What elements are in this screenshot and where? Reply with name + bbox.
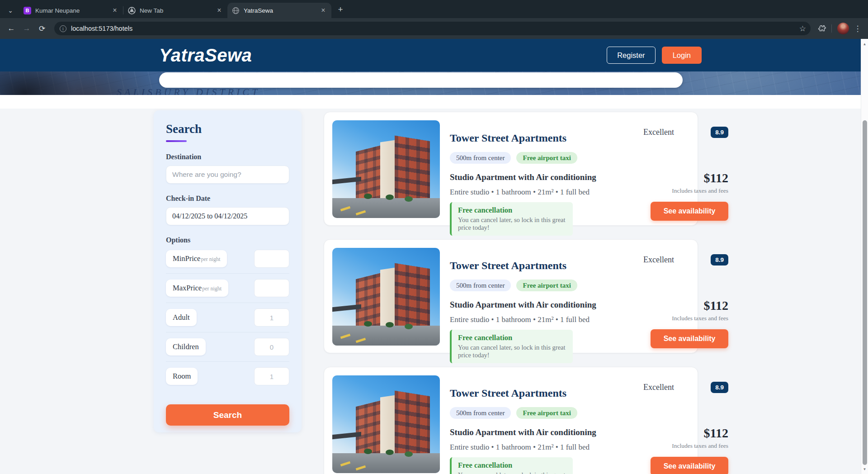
option-row-adult: Adult — [166, 308, 289, 327]
hotel-name: Tower Street Apartments — [450, 132, 643, 144]
children-label: Children — [166, 338, 206, 356]
page-scrollbar[interactable]: ▲ ▼ — [861, 39, 868, 474]
option-divider — [166, 332, 289, 332]
airport-taxi-badge: Free airport taxi — [516, 280, 577, 291]
scroll-down-icon[interactable]: ▼ — [861, 466, 868, 472]
tab-favicon-b: B — [24, 7, 31, 14]
cancel-subtext: You can cancel later, so lock in this gr… — [458, 216, 566, 232]
checkin-date-input[interactable] — [166, 207, 289, 225]
register-button[interactable]: Register — [607, 47, 655, 64]
cancel-subtext: You can cancel later, so lock in this gr… — [458, 471, 566, 474]
browser-toolbar: ← → ⟳ i localhost:5173/hotels ☆ ⋮ — [0, 18, 868, 39]
room-label: Room — [166, 368, 198, 385]
option-divider — [166, 273, 289, 274]
rating-label: Excellent — [643, 383, 674, 392]
reload-icon[interactable]: ⟳ — [35, 22, 49, 35]
rating-score-badge: 8.9 — [711, 382, 728, 393]
option-row-children: Children — [166, 338, 289, 356]
globe-icon — [232, 7, 240, 14]
price: $112 — [643, 299, 728, 313]
scroll-up-icon[interactable]: ▲ — [861, 41, 868, 47]
login-button[interactable]: Login — [662, 47, 702, 64]
minprice-label: MinPriceper night — [166, 250, 227, 267]
back-icon[interactable]: ← — [5, 22, 18, 35]
hotel-name: Tower Street Apartments — [450, 387, 643, 399]
hotel-card: Tower Street Apartments 500m from center… — [324, 239, 698, 353]
browser-menu-icon[interactable]: ⋮ — [852, 24, 863, 33]
hero-bottom-band — [0, 95, 868, 109]
search-panel-title: Search — [166, 122, 289, 136]
maxprice-input[interactable] — [254, 279, 289, 297]
bookmark-star-icon[interactable]: ☆ — [799, 24, 806, 33]
tab-kumar-neupane[interactable]: B Kumar Neupane × — [19, 3, 123, 18]
option-divider — [166, 303, 289, 303]
airport-taxi-badge: Free airport taxi — [516, 152, 577, 164]
scrollbar-thumb[interactable] — [863, 120, 867, 465]
search-button[interactable]: Search — [166, 404, 289, 426]
room-count-input[interactable] — [254, 367, 289, 385]
price: $112 — [643, 171, 728, 185]
hotel-photo — [332, 375, 440, 473]
hotel-card: Tower Street Apartments 500m from center… — [324, 112, 698, 226]
see-availability-button[interactable]: See availability — [651, 202, 728, 221]
profile-avatar[interactable] — [837, 23, 849, 34]
price: $112 — [643, 426, 728, 441]
cancel-title: Free cancellation — [458, 206, 566, 215]
minprice-input[interactable] — [254, 250, 289, 268]
airport-taxi-badge: Free airport taxi — [516, 407, 577, 419]
url-text: localhost:5173/hotels — [71, 25, 132, 32]
close-tab-icon[interactable]: × — [319, 6, 328, 15]
destination-input[interactable] — [166, 166, 289, 184]
price-note: Includes taxes and fees — [643, 187, 728, 194]
forward-icon[interactable]: → — [20, 22, 33, 35]
hero-map-banner: SALISBURY DISTRICT — [0, 71, 868, 95]
children-count-input[interactable] — [254, 338, 289, 356]
tab-new-tab[interactable]: New Tab × — [123, 3, 227, 18]
new-tab-button[interactable]: + — [334, 3, 347, 16]
see-availability-button[interactable]: See availability — [651, 329, 728, 348]
room-type: Studio Apartment with Air conditioning — [450, 427, 643, 437]
adult-label: Adult — [166, 309, 197, 326]
destination-label: Destination — [166, 153, 289, 161]
room-type: Studio Apartment with Air conditioning — [450, 172, 643, 182]
option-divider — [166, 361, 289, 362]
hotel-photo — [332, 248, 440, 346]
tab-label: YatraSewa — [244, 7, 319, 14]
per-night-suffix: per night — [201, 256, 220, 262]
distance-badge: 500m from center — [450, 407, 511, 419]
hotel-photo — [332, 120, 440, 218]
site-info-icon[interactable]: i — [60, 25, 66, 32]
tab-yatrasewa-active[interactable]: YatraSewa × — [227, 3, 331, 18]
hero-search-bar[interactable] — [159, 72, 683, 88]
room-type: Studio Apartment with Air conditioning — [450, 300, 643, 310]
checkin-label: Check-in Date — [166, 194, 289, 203]
brand-logo[interactable]: YatraSewa — [159, 45, 252, 66]
toolbar-right-icons: ⋮ — [815, 22, 863, 35]
search-sidebar: Search Destination Check-in Date Options… — [154, 110, 302, 432]
browser-tab-strip: ⌄ B Kumar Neupane × New Tab × YatraSewa … — [0, 0, 868, 18]
hotel-listings: Tower Street Apartments 500m from center… — [324, 112, 698, 474]
rating-label: Excellent — [643, 128, 674, 137]
maxprice-label: MaxPriceper night — [166, 280, 228, 297]
close-tab-icon[interactable]: × — [215, 6, 224, 15]
adult-count-input[interactable] — [254, 308, 289, 327]
url-bar[interactable]: i localhost:5173/hotels ☆ — [54, 22, 811, 35]
per-night-suffix: per night — [202, 285, 222, 292]
rating-score-badge: 8.9 — [711, 127, 728, 138]
see-availability-button[interactable]: See availability — [651, 457, 728, 474]
rating-label: Excellent — [643, 255, 674, 265]
tab-label: Kumar Neupane — [35, 7, 110, 14]
extensions-icon[interactable] — [815, 22, 829, 35]
price-note: Includes taxes and fees — [643, 315, 728, 322]
tab-label: New Tab — [140, 7, 215, 14]
option-row-minprice: MinPriceper night — [166, 250, 289, 268]
room-details: Entire studio • 1 bathroom • 21m² • 1 fu… — [450, 188, 643, 197]
cancel-title: Free cancellation — [458, 461, 566, 470]
rating-score-badge: 8.9 — [711, 254, 728, 265]
cancel-title: Free cancellation — [458, 333, 566, 342]
room-details: Entire studio • 1 bathroom • 21m² • 1 fu… — [450, 315, 643, 324]
close-tab-icon[interactable]: × — [110, 6, 119, 15]
cancel-subtext: You can cancel later, so lock in this gr… — [458, 344, 566, 359]
page-content: Search Destination Check-in Date Options… — [0, 109, 868, 474]
tab-search-chevron-icon[interactable]: ⌄ — [4, 3, 17, 18]
